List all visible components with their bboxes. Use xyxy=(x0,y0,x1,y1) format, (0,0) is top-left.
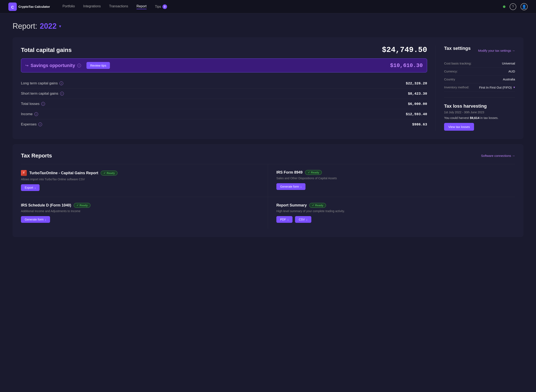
irs8949-report-name: IRS Form 8949 xyxy=(276,170,303,175)
settings-row-country: Country Australia xyxy=(444,75,515,83)
income-info-icon[interactable]: i xyxy=(34,112,38,116)
line-item-stcg: Short term capital gains i $8,423.30 xyxy=(21,89,427,99)
nav-integrations[interactable]: Integrations xyxy=(83,5,101,8)
turbotax-description: Allows import into TurboTax Online softw… xyxy=(21,177,259,181)
turbotax-ready-badge: ✓ Ready xyxy=(101,171,117,176)
line-item-losses: Total losses i $6,000.00 xyxy=(21,99,427,109)
stcg-label: Short term capital gains i xyxy=(21,92,64,96)
harvest-text: You could harvest $9,614 in tax losses. xyxy=(444,116,515,120)
stcg-value: $8,423.30 xyxy=(408,92,427,96)
page-title-year[interactable]: 2022 xyxy=(40,22,56,31)
logo-text: CryptoTax Calculator xyxy=(19,5,50,8)
turbotax-actions: Export ↓ xyxy=(21,184,259,191)
savings-info-icon[interactable]: i xyxy=(77,64,81,67)
report-item-turbotax: T TurboTaxOnline - Capital Gains Report … xyxy=(21,164,268,197)
irs8949-generate-button[interactable]: Generate form ↓ xyxy=(276,183,305,190)
expenses-label: Expenses i xyxy=(21,122,42,126)
ltcg-info-icon[interactable]: i xyxy=(60,81,63,85)
modify-tax-settings-link[interactable]: Modify your tax settings → xyxy=(478,49,515,52)
check-icon: ✓ xyxy=(103,172,106,175)
stcg-info-icon[interactable]: i xyxy=(60,92,64,95)
line-item-income: Income i $12,593.40 xyxy=(21,109,427,119)
download-icon: ↓ xyxy=(300,185,302,188)
download-icon: ↓ xyxy=(34,186,36,189)
savings-banner: ↪ Savings opportunity i Review tips $10,… xyxy=(21,58,427,72)
capital-gains-title: Total capital gains xyxy=(21,47,72,53)
review-tips-button[interactable]: Review tips xyxy=(86,62,110,69)
check-icon: ✓ xyxy=(76,204,79,207)
report-item-irs8949: IRS Form 8949 ✓ Ready Sales and Other Di… xyxy=(268,164,515,197)
irs8949-description: Sales and Other Dispositions of Capital … xyxy=(276,177,515,180)
view-tax-losses-button[interactable]: View tax losses xyxy=(444,123,474,131)
capital-gains-amount: $24,749.50 xyxy=(382,46,427,54)
download-icon: ↓ xyxy=(287,218,289,221)
tax-settings-title: Tax settings xyxy=(444,46,471,51)
right-section: Tax settings Modify your tax settings → … xyxy=(435,46,515,131)
line-items: Long term capital gains i $22,326.20 Sho… xyxy=(21,78,427,129)
summary-ready-badge: ✓ Ready xyxy=(309,203,326,208)
settings-row-inventory: Inventory method: First In First Out (FI… xyxy=(444,83,515,92)
capital-gains-card: Total capital gains $24,749.50 ↪ Savings… xyxy=(13,37,523,139)
income-value: $12,593.40 xyxy=(406,112,427,116)
reports-header: Tax Reports Software connections → xyxy=(21,152,515,159)
avatar[interactable]: 👤 xyxy=(521,3,528,10)
savings-amount: $10,610.30 xyxy=(390,62,423,69)
line-item-expenses: Expenses i $986.63 xyxy=(21,119,427,129)
summary-actions: PDF ↓ CSV ↓ xyxy=(276,216,515,223)
harvest-date: 1st July 2022 - 30th June 2023 xyxy=(444,111,515,114)
left-section: Total capital gains $24,749.50 ↪ Savings… xyxy=(21,46,427,131)
ltcg-value: $22,326.20 xyxy=(406,81,427,85)
nav-report[interactable]: Report xyxy=(136,5,147,9)
check-icon: ✓ xyxy=(308,171,310,174)
expenses-value: $986.63 xyxy=(412,122,427,126)
page-title-label: Report: xyxy=(13,22,37,31)
inventory-chevron-icon[interactable]: ▾ xyxy=(513,85,515,89)
svg-text:C: C xyxy=(11,5,14,9)
expenses-info-icon[interactable]: i xyxy=(38,122,42,126)
turbotax-icon: T xyxy=(21,170,27,176)
status-indicator xyxy=(503,5,505,8)
scheduled-ready-badge: ✓ Ready xyxy=(74,203,90,208)
settings-row-cost-basis: Cost basis tracking: Universal xyxy=(444,60,515,67)
turbotax-export-button[interactable]: Export ↓ xyxy=(21,184,40,191)
harvest-title: Tax loss harvesting xyxy=(444,103,515,109)
scheduled-actions: Generate form ↓ xyxy=(21,216,259,223)
irs8949-actions: Generate form ↓ xyxy=(276,183,515,190)
savings-arrow-icon: ↪ xyxy=(25,63,28,68)
scheduled-description: Additional Income and Adjustments to Inc… xyxy=(21,209,259,213)
check-icon: ✓ xyxy=(312,204,314,207)
year-chevron-icon[interactable]: ▾ xyxy=(59,24,61,29)
download-icon: ↓ xyxy=(45,218,46,221)
logo[interactable]: C CryptoTax Calculator xyxy=(8,3,50,11)
reports-grid: T TurboTaxOnline - Capital Gains Report … xyxy=(21,164,515,229)
losses-value: $6,000.00 xyxy=(408,102,427,106)
summary-pdf-button[interactable]: PDF ↓ xyxy=(276,216,293,223)
software-connections-link[interactable]: Software connections → xyxy=(481,154,515,158)
irs8949-ready-badge: ✓ Ready xyxy=(305,170,322,175)
line-item-ltcg: Long term capital gains i $22,326.20 xyxy=(21,78,427,89)
page-header: Report: 2022 ▾ xyxy=(13,22,523,31)
summary-description: High level summary of your complete trad… xyxy=(276,209,515,213)
losses-label: Total losses i xyxy=(21,102,45,106)
savings-label: Savings opportunity xyxy=(31,63,75,68)
income-label: Income i xyxy=(21,112,38,116)
scheduled-generate-button[interactable]: Generate form ↓ xyxy=(21,216,50,223)
nav-portfolio[interactable]: Portfolio xyxy=(63,5,75,8)
download-icon: ↓ xyxy=(306,218,308,221)
help-icon[interactable]: ? xyxy=(510,3,516,10)
tax-reports-card: Tax Reports Software connections → T Tur… xyxy=(13,144,523,237)
tips-badge: 3 xyxy=(163,5,167,9)
nav-transactions[interactable]: Transactions xyxy=(109,5,128,8)
summary-csv-button[interactable]: CSV ↓ xyxy=(295,216,311,223)
scheduled-report-name: IRS Schedule D (Form 1040) xyxy=(21,203,71,208)
ltcg-label: Long term capital gains i xyxy=(21,81,63,85)
nav-tips[interactable]: Tips 3 xyxy=(155,5,167,9)
report-item-summary: Report Summary ✓ Ready High level summar… xyxy=(268,197,515,229)
losses-info-icon[interactable]: i xyxy=(41,102,45,106)
summary-report-name: Report Summary xyxy=(276,203,307,208)
settings-row-currency: Currency: AUD xyxy=(444,67,515,75)
turbotax-report-name: TurboTaxOnline - Capital Gains Report xyxy=(29,171,98,175)
report-item-schedule-d: IRS Schedule D (Form 1040) ✓ Ready Addit… xyxy=(21,197,268,229)
tax-reports-title: Tax Reports xyxy=(21,152,52,159)
